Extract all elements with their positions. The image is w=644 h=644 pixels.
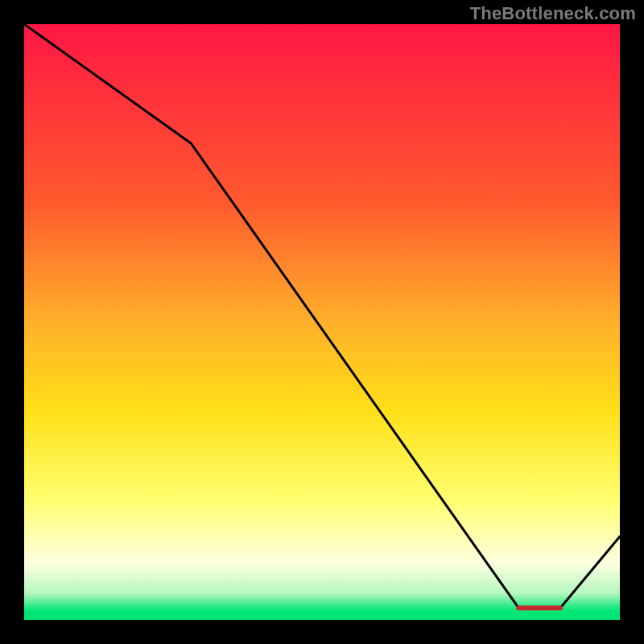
plot-area — [24, 24, 620, 620]
chart-line-layer — [24, 24, 620, 620]
chart-canvas: TheBottleneck.com — [0, 0, 644, 644]
chart-line — [24, 24, 620, 608]
watermark-text: TheBottleneck.com — [470, 3, 636, 24]
